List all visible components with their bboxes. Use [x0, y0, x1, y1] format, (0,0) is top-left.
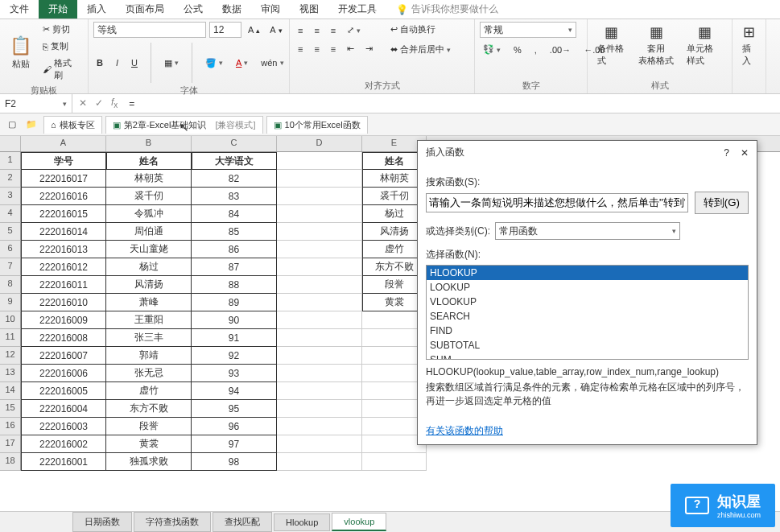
- col-header-A[interactable]: A: [21, 136, 106, 151]
- dialog-close-icon[interactable]: ✕: [741, 147, 749, 159]
- cell[interactable]: [277, 329, 362, 347]
- indent-inc-button[interactable]: ⇥: [362, 42, 376, 56]
- row-header[interactable]: 16: [0, 418, 21, 435]
- row-header[interactable]: 1: [0, 152, 21, 170]
- wrap-text-button[interactable]: ↩自动换行: [387, 22, 439, 37]
- cell[interactable]: 姓名: [106, 152, 192, 170]
- cell[interactable]: 222016012: [21, 258, 106, 276]
- cell[interactable]: 92: [192, 347, 277, 365]
- cell[interactable]: [277, 188, 362, 205]
- cell[interactable]: 裘千仞: [106, 188, 192, 205]
- search-input[interactable]: [426, 193, 688, 212]
- cell[interactable]: 88: [192, 276, 277, 294]
- number-format-combo[interactable]: 常规▾: [480, 22, 576, 38]
- decrease-font-button[interactable]: A▾: [266, 23, 285, 36]
- cell[interactable]: 222016007: [21, 347, 106, 365]
- row-header[interactable]: 6: [0, 241, 21, 258]
- menu-dev[interactable]: 开发工具: [328, 0, 386, 19]
- cell[interactable]: 85: [192, 223, 277, 241]
- cell[interactable]: 98: [192, 453, 277, 471]
- currency-button[interactable]: 💱▾: [480, 43, 504, 56]
- cell[interactable]: 93: [192, 365, 277, 382]
- cell[interactable]: [277, 418, 362, 435]
- cell[interactable]: 风清扬: [106, 276, 192, 294]
- cancel-formula-icon[interactable]: ✕: [79, 97, 87, 109]
- sheet-tab-charfind[interactable]: 字符查找函数: [134, 512, 211, 532]
- cell[interactable]: 83: [192, 188, 277, 205]
- formula-bar[interactable]: =: [124, 98, 780, 109]
- font-name-combo[interactable]: 等线: [93, 22, 206, 38]
- sheet-tab-date[interactable]: 日期函数: [72, 512, 132, 532]
- cell[interactable]: [277, 365, 362, 382]
- row-header[interactable]: 17: [0, 435, 21, 453]
- cell[interactable]: 86: [192, 241, 277, 258]
- italic-button[interactable]: I: [113, 56, 122, 69]
- copy-button[interactable]: ⎘复制: [39, 39, 72, 54]
- doc-tab-2[interactable]: ▣10个常用Excel函数: [266, 116, 368, 134]
- row-header[interactable]: 18: [0, 453, 21, 471]
- cell[interactable]: 222016014: [21, 223, 106, 241]
- percent-button[interactable]: %: [510, 43, 525, 56]
- func-item-sum[interactable]: SUM: [427, 353, 748, 360]
- cell[interactable]: [277, 347, 362, 365]
- cell[interactable]: [277, 400, 362, 418]
- increase-decimal-button[interactable]: .00→: [547, 43, 574, 56]
- format-as-table-button[interactable]: ▦套用 表格格式: [633, 22, 679, 68]
- cell[interactable]: 82: [192, 170, 277, 188]
- cell[interactable]: 97: [192, 435, 277, 453]
- cell[interactable]: 222016002: [21, 435, 106, 453]
- font-size-combo[interactable]: 12: [209, 22, 241, 38]
- cell[interactable]: 222016001: [21, 453, 106, 471]
- row-header[interactable]: 14: [0, 382, 21, 400]
- row-header[interactable]: 9: [0, 294, 21, 311]
- cell[interactable]: [277, 294, 362, 311]
- cell[interactable]: 林朝英: [106, 170, 192, 188]
- cell[interactable]: 令狐冲: [106, 205, 192, 223]
- cell[interactable]: 222016006: [21, 365, 106, 382]
- align-center-button[interactable]: ≡: [311, 43, 322, 56]
- align-top-button[interactable]: ≡: [295, 24, 306, 37]
- menu-view[interactable]: 视图: [290, 0, 328, 19]
- cell[interactable]: 95: [192, 400, 277, 418]
- cell[interactable]: 222016013: [21, 241, 106, 258]
- cell[interactable]: 张三丰: [106, 329, 192, 347]
- format-painter-button[interactable]: 🖌格式刷: [39, 56, 83, 83]
- align-right-button[interactable]: ≡: [328, 43, 339, 56]
- cut-button[interactable]: ✂剪切: [39, 22, 73, 37]
- row-header[interactable]: 4: [0, 205, 21, 223]
- menu-layout[interactable]: 页面布局: [116, 0, 174, 19]
- comma-button[interactable]: ,: [531, 43, 540, 56]
- function-list[interactable]: HLOOKUP LOOKUP VLOOKUP SEARCH FIND SUBTO…: [426, 265, 749, 360]
- menu-file[interactable]: 文件: [0, 0, 39, 19]
- merge-center-button[interactable]: ⬌合并后居中▾: [387, 42, 454, 57]
- bold-button[interactable]: B: [93, 56, 106, 69]
- cell[interactable]: [277, 276, 362, 294]
- col-header-D[interactable]: D: [277, 136, 362, 151]
- cell[interactable]: [277, 205, 362, 223]
- cell[interactable]: 91: [192, 329, 277, 347]
- cell[interactable]: [277, 152, 362, 170]
- sheet-tab-hlookup[interactable]: Hlookup: [274, 513, 330, 531]
- cell[interactable]: 东方不败: [106, 400, 192, 418]
- cell[interactable]: 222016005: [21, 382, 106, 400]
- cell[interactable]: 89: [192, 294, 277, 311]
- row-header[interactable]: 11: [0, 329, 21, 347]
- row-header[interactable]: 15: [0, 400, 21, 418]
- cell[interactable]: 大学语文: [192, 152, 277, 170]
- cell[interactable]: 94: [192, 382, 277, 400]
- sheet-tab-vlookup[interactable]: vlookup: [332, 513, 386, 531]
- cell[interactable]: 段誉: [106, 418, 192, 435]
- row-header[interactable]: 10: [0, 311, 21, 329]
- row-header[interactable]: 12: [0, 347, 21, 365]
- cell[interactable]: 杨过: [106, 258, 192, 276]
- cell[interactable]: 独孤求败: [106, 453, 192, 471]
- select-all-corner[interactable]: [0, 136, 21, 151]
- cell-styles-button[interactable]: ▦单元格样式: [682, 22, 727, 68]
- row-header[interactable]: 7: [0, 258, 21, 276]
- menu-data[interactable]: 数据: [213, 0, 251, 19]
- col-header-B[interactable]: B: [106, 136, 192, 151]
- go-button[interactable]: 转到(G): [695, 192, 749, 214]
- align-bottom-button[interactable]: ≡: [328, 24, 339, 37]
- cell[interactable]: 222016009: [21, 311, 106, 329]
- col-header-C[interactable]: C: [192, 136, 277, 151]
